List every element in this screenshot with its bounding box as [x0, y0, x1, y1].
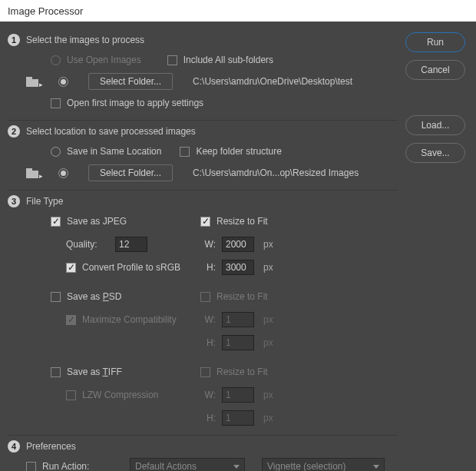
jpeg-resize-checkbox[interactable] [200, 217, 210, 227]
tiff-resize-checkbox [200, 367, 210, 377]
jpeg-h-label: H: [200, 262, 216, 273]
save-as-jpeg-label: Save as JPEG [67, 216, 127, 227]
image-processor-window: Image Processor 1 Select the images to p… [0, 0, 476, 471]
lzw-checkbox [66, 390, 76, 400]
lzw-label: LZW Compression [82, 390, 158, 400]
keep-folder-structure-checkbox[interactable] [180, 147, 190, 157]
section-4-title: Preferences [26, 441, 76, 452]
save-same-location-radio[interactable] [51, 147, 61, 157]
psd-h-unit: px [263, 337, 273, 348]
use-open-images-label: Use Open Images [67, 55, 141, 65]
open-first-image-checkbox[interactable] [51, 98, 61, 108]
psd-width-input [222, 312, 254, 327]
step-3-badge: 3 [8, 195, 20, 207]
convert-srgb-checkbox[interactable] [66, 263, 76, 273]
convert-srgb-label: Convert Profile to sRGB [82, 262, 180, 273]
jpeg-height-input[interactable] [222, 260, 254, 275]
dest-path: C:\Users\amdru\On...op\Resized Images [193, 168, 359, 178]
quality-label: Quality: [66, 239, 109, 250]
include-subfolders-checkbox[interactable] [167, 55, 177, 65]
section-2-title: Select location to save processed images [26, 126, 196, 137]
section-select-images: 1 Select the images to process Use Open … [8, 29, 398, 121]
tiff-height-input [222, 410, 254, 426]
section-3-title: File Type [26, 196, 63, 207]
tiff-width-input [222, 387, 254, 403]
save-as-tiff-label: Save as TIFF [67, 367, 122, 377]
folder-icon: ▸ [26, 76, 41, 87]
open-first-image-label: Open first image to apply settings [67, 98, 203, 108]
action-set-select[interactable]: Default Actions [130, 458, 245, 471]
quality-input[interactable] [115, 237, 147, 252]
window-title: Image Processor [8, 5, 83, 17]
title-bar[interactable]: Image Processor [0, 0, 476, 22]
jpeg-resize-label: Resize to Fit [217, 216, 268, 227]
tiff-resize-label: Resize to Fit [217, 367, 268, 377]
source-path: C:\Users\amdru\OneDrive\Desktop\test [193, 76, 352, 87]
keep-folder-structure-label: Keep folder structure [196, 146, 281, 157]
jpeg-w-unit: px [263, 239, 273, 250]
run-action-checkbox[interactable] [26, 462, 36, 472]
jpeg-w-label: W: [200, 239, 216, 250]
cancel-button[interactable]: Cancel [405, 60, 465, 80]
psd-w-label: W: [200, 314, 216, 325]
select-folder-radio[interactable] [58, 77, 68, 87]
psd-resize-label: Resize to Fit [217, 291, 268, 302]
action-select[interactable]: Vignette (selection) [262, 458, 385, 471]
maximize-compat-checkbox [66, 315, 76, 325]
select-dest-folder-button[interactable]: Select Folder... [88, 164, 173, 181]
jpeg-width-input[interactable] [222, 237, 254, 252]
psd-w-unit: px [263, 314, 273, 325]
save-same-location-label: Save in Same Location [67, 146, 161, 157]
tiff-h-unit: px [263, 413, 273, 423]
section-save-location: 2 Select location to save processed imag… [8, 121, 398, 191]
save-as-psd-checkbox[interactable] [51, 292, 61, 302]
step-2-badge: 2 [8, 125, 20, 138]
section-1-title: Select the images to process [26, 35, 144, 45]
save-select-folder-radio[interactable] [58, 168, 68, 178]
tiff-w-label: W: [200, 390, 216, 400]
load-button[interactable]: Load... [405, 115, 465, 135]
step-4-badge: 4 [8, 440, 20, 453]
jpeg-h-unit: px [263, 262, 273, 273]
psd-h-label: H: [200, 337, 216, 348]
save-as-jpeg-checkbox[interactable] [51, 217, 61, 227]
run-button[interactable]: Run [405, 32, 465, 52]
select-source-folder-button[interactable]: Select Folder... [88, 73, 173, 90]
maximize-compat-label: Maximize Compatibility [82, 314, 177, 325]
include-subfolders-label: Include All sub-folders [183, 55, 273, 65]
folder-out-icon: ▸ [26, 168, 41, 178]
save-as-psd-label: Save as PSD [67, 291, 121, 302]
save-button[interactable]: Save... [405, 143, 465, 163]
psd-height-input [222, 335, 254, 350]
psd-resize-checkbox [200, 292, 210, 302]
section-preferences: 4 Preferences Run Action: Default Action… [8, 436, 398, 471]
save-as-tiff-checkbox[interactable] [51, 367, 61, 377]
tiff-w-unit: px [263, 390, 273, 400]
step-1-badge: 1 [8, 34, 20, 46]
use-open-images-radio [51, 55, 61, 65]
run-action-label: Run Action: [42, 461, 124, 471]
tiff-h-label: H: [200, 413, 216, 423]
section-file-type: 3 File Type Save as JPEG Quality: [8, 191, 398, 436]
